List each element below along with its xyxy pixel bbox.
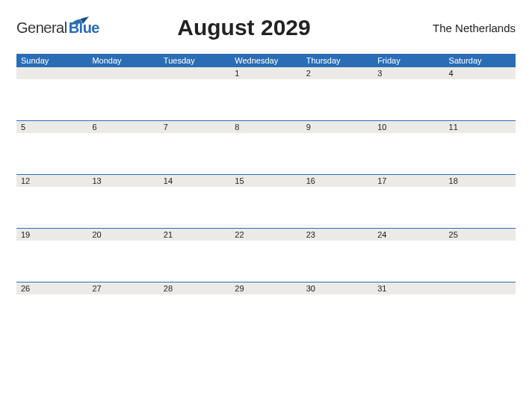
day-body [302,241,373,282]
day-body [87,187,158,229]
date-cell: 15 [230,175,301,187]
day-body [16,187,87,229]
day-body [373,187,444,229]
date-cell: 23 [302,229,373,241]
week-body [16,294,516,336]
date-cell: 6 [87,121,158,133]
date-cell: 9 [302,121,373,133]
date-cell [87,67,158,79]
day-body [445,294,516,336]
day-body [445,187,516,229]
day-body [373,294,444,336]
day-body [159,79,230,121]
date-cell: 24 [373,229,444,241]
logo-swoosh-icon [69,15,90,32]
date-cell: 3 [373,67,444,79]
day-body [87,294,158,336]
day-body [87,133,158,175]
header: General Blue August 2029 The Netherlands [16,15,516,40]
weekday-header: Sunday [16,54,87,67]
day-body [230,294,301,336]
date-cell: 30 [302,282,373,294]
day-body [302,187,373,229]
day-body [302,133,373,175]
day-body [445,79,516,121]
date-cell: 16 [302,175,373,187]
day-body [445,241,516,282]
date-cell: 4 [445,67,516,79]
date-cell: 2 [302,67,373,79]
date-cell [445,282,516,294]
date-cell: 1 [230,67,301,79]
week-row: 1 2 3 4 [16,67,516,79]
day-body [230,133,301,175]
date-cell: 7 [159,121,230,133]
date-cell: 19 [16,229,87,241]
week-body [16,187,516,229]
date-cell: 20 [87,229,158,241]
day-body [87,241,158,282]
day-body [16,241,87,282]
date-cell: 5 [16,121,87,133]
week-row: 19 20 21 22 23 24 25 [16,229,516,241]
day-body [373,133,444,175]
date-cell [16,67,87,79]
day-body [230,187,301,229]
day-body [159,187,230,229]
date-cell: 14 [159,175,230,187]
date-cell: 21 [159,229,230,241]
date-cell: 18 [445,175,516,187]
day-body [159,241,230,282]
day-body [159,133,230,175]
date-cell: 28 [159,282,230,294]
week-body [16,133,516,175]
date-cell: 31 [373,282,444,294]
week-row: 5 6 7 8 9 10 11 [16,121,516,133]
day-body [230,79,301,121]
week-row: 12 13 14 15 16 17 18 [16,175,516,187]
date-cell: 22 [230,229,301,241]
day-body [16,133,87,175]
date-cell: 17 [373,175,444,187]
calendar-page: General Blue August 2029 The Netherlands… [0,0,532,336]
day-body [16,79,87,121]
day-body [445,133,516,175]
weekday-header-row: Sunday Monday Tuesday Wednesday Thursday… [16,54,516,67]
day-body [373,79,444,121]
calendar-grid: Sunday Monday Tuesday Wednesday Thursday… [16,54,516,336]
date-cell: 25 [445,229,516,241]
week-body [16,241,516,282]
date-cell [159,67,230,79]
date-cell: 12 [16,175,87,187]
day-body [373,241,444,282]
month-title: August 2029 [69,15,418,40]
date-cell: 27 [87,282,158,294]
date-cell: 11 [445,121,516,133]
brand-logo: General Blue [16,19,99,37]
weekday-header: Saturday [445,54,516,67]
logo-text-general: General [16,19,67,37]
country-label: The Netherlands [418,22,516,34]
day-body [302,79,373,121]
weekday-header: Friday [373,54,444,67]
day-body [302,294,373,336]
day-body [87,79,158,121]
week-row: 26 27 28 29 30 31 [16,282,516,294]
day-body [159,294,230,336]
week-body [16,79,516,121]
date-cell: 8 [230,121,301,133]
day-body [230,241,301,282]
weekday-header: Wednesday [230,54,301,67]
date-cell: 13 [87,175,158,187]
date-cell: 26 [16,282,87,294]
weekday-header: Thursday [302,54,373,67]
day-body [16,294,87,336]
date-cell: 10 [373,121,444,133]
weekday-header: Monday [87,54,158,67]
weekday-header: Tuesday [159,54,230,67]
date-cell: 29 [230,282,301,294]
